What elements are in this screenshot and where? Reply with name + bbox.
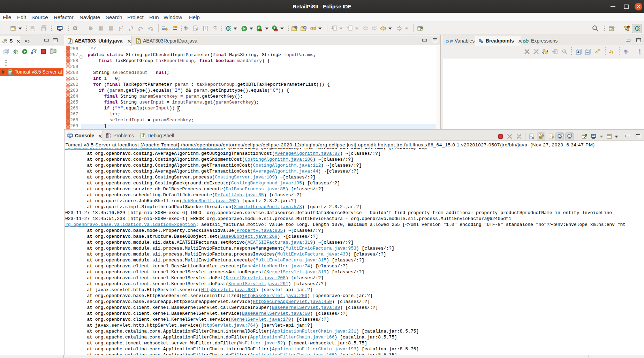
svg-text:!: !: [612, 50, 613, 55]
svg-text:J: J: [69, 39, 71, 44]
svg-text:J: J: [609, 49, 612, 54]
svg-text:J: J: [137, 39, 140, 44]
svg-text:J: J: [142, 134, 144, 138]
